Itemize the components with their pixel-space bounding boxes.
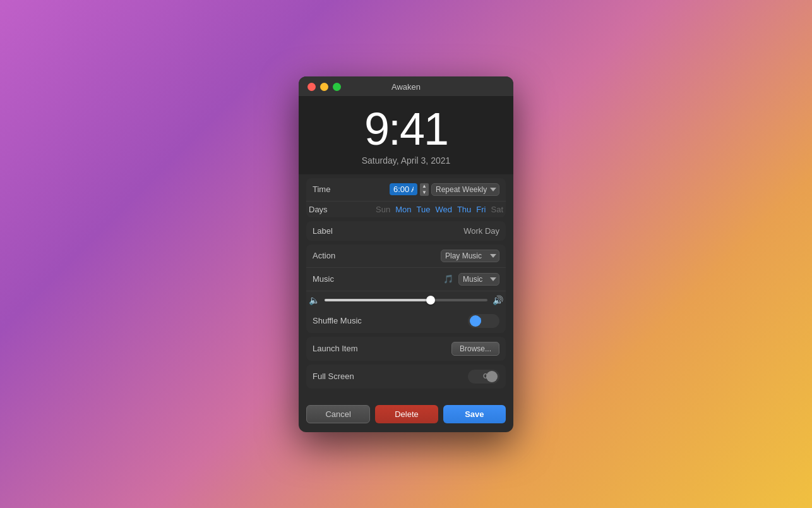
fullscreen-label: Full Screen	[313, 372, 354, 381]
label-group: Label Work Day	[306, 221, 506, 241]
time-label: Time	[313, 184, 330, 194]
clock-section: 9:41 Saturday, April 3, 2021	[299, 96, 513, 174]
shuffle-toggle-knob	[470, 315, 481, 327]
shuffle-toggle[interactable]: ON	[468, 314, 499, 328]
days-row: Days Sun Mon Tue Wed Thu Fri Sat	[306, 202, 506, 217]
day-mon[interactable]: Mon	[395, 205, 411, 214]
label-row: Label Work Day	[306, 221, 506, 241]
titlebar: Awaken	[299, 76, 513, 96]
launch-label: Launch Item	[313, 344, 358, 353]
day-sat[interactable]: Sat	[491, 205, 503, 214]
time-control: ▲ ▼ Repeat Weekly Never Daily	[390, 183, 499, 196]
time-step-down[interactable]: ▼	[420, 190, 429, 196]
repeat-select[interactable]: Repeat Weekly Never Daily	[431, 183, 499, 196]
browse-button[interactable]: Browse...	[451, 342, 499, 356]
save-button[interactable]: Save	[443, 405, 506, 423]
close-button[interactable]	[307, 83, 316, 91]
maximize-button[interactable]	[333, 83, 341, 91]
action-label: Action	[313, 251, 335, 260]
volume-low-icon: 🔈	[309, 295, 319, 305]
day-tue[interactable]: Tue	[416, 205, 430, 214]
fullscreen-off-label: OFF	[483, 373, 496, 380]
app-window: Awaken 9:41 Saturday, April 3, 2021 Time…	[299, 76, 513, 432]
shuffle-row: Shuffle Music ON	[306, 309, 506, 333]
volume-fill	[325, 299, 431, 301]
delete-button[interactable]: Delete	[375, 405, 438, 423]
minimize-button[interactable]	[320, 83, 328, 91]
time-stepper: ▲ ▼	[420, 183, 429, 196]
cancel-button[interactable]: Cancel	[306, 405, 370, 423]
time-row: Time ▲ ▼ Repeat Weekly Never Daily	[306, 178, 506, 202]
fullscreen-toggle[interactable]: OFF	[468, 370, 499, 384]
days-picker: Sun Mon Tue Wed Thu Fri Sat	[376, 205, 503, 214]
volume-slider[interactable]	[325, 299, 487, 301]
action-group: Action Play Music Run Script Launch App …	[306, 245, 506, 333]
label-value: Work Day	[463, 226, 499, 236]
days-label: Days	[309, 205, 328, 214]
window-title: Awaken	[391, 82, 421, 92]
day-thu[interactable]: Thu	[457, 205, 471, 214]
action-row: Action Play Music Run Script Launch App	[306, 245, 506, 268]
music-label: Music	[313, 274, 334, 284]
clock-time: 9:41	[299, 106, 513, 152]
form-section: Time ▲ ▼ Repeat Weekly Never Daily Days	[299, 178, 513, 399]
volume-thumb[interactable]	[426, 296, 435, 305]
day-wed[interactable]: Wed	[435, 205, 452, 214]
music-row: Music 🎵 Music Spotify	[306, 268, 506, 291]
volume-row: 🔈 🔊	[306, 291, 506, 309]
volume-high-icon: 🔊	[493, 295, 503, 305]
day-fri[interactable]: Fri	[476, 205, 486, 214]
shuffle-label: Shuffle Music	[313, 316, 362, 325]
button-row: Cancel Delete Save	[299, 399, 513, 432]
launch-group: Launch Item Browse...	[306, 337, 506, 361]
time-input[interactable]	[390, 183, 417, 195]
label-label: Label	[313, 226, 333, 236]
time-group: Time ▲ ▼ Repeat Weekly Never Daily Days	[306, 178, 506, 217]
clock-date: Saturday, April 3, 2021	[299, 155, 513, 166]
music-control: 🎵 Music Spotify	[443, 273, 499, 286]
music-select[interactable]: Music Spotify	[458, 273, 499, 286]
launch-row: Launch Item Browse...	[306, 337, 506, 361]
day-sun[interactable]: Sun	[376, 205, 390, 214]
fullscreen-group: Full Screen OFF	[306, 365, 506, 389]
fullscreen-row: Full Screen OFF	[306, 365, 506, 389]
time-step-up[interactable]: ▲	[420, 183, 429, 190]
music-icon: 🎵	[443, 274, 453, 284]
action-select[interactable]: Play Music Run Script Launch App	[441, 250, 499, 262]
traffic-lights	[307, 83, 341, 91]
